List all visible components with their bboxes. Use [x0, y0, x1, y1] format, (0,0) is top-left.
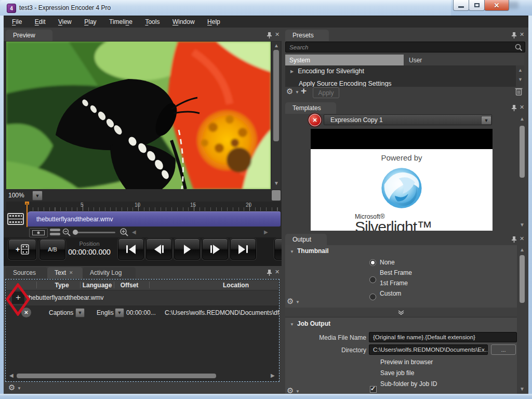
tab-preview[interactable]: Preview: [6, 30, 52, 41]
radio-none-label[interactable]: None: [380, 259, 395, 266]
output-scrollbar[interactable]: ▲ ▼: [518, 245, 526, 394]
template-select-chevron[interactable]: ▼: [481, 116, 491, 125]
preview-in-browser-checkbox[interactable]: [370, 386, 377, 393]
thumbnail-view-button[interactable]: [29, 228, 48, 237]
caption-language-dropdown[interactable]: ▼: [115, 308, 124, 317]
preview-vscrollbar[interactable]: ▲ ▼: [272, 42, 281, 189]
apply-preset-button[interactable]: Apply: [313, 87, 339, 98]
zoom-level-dropdown[interactable]: ▼: [32, 191, 43, 201]
preview-hscroll-thumb[interactable]: [272, 190, 281, 201]
templates-scrollbar[interactable]: ▲ ▼: [518, 114, 526, 231]
tab-sources[interactable]: Sources: [6, 267, 47, 278]
templates-scroll-thumb[interactable]: [520, 126, 525, 178]
collapse-icon[interactable]: ▼: [290, 323, 294, 327]
expander-arrow-icon[interactable]: ▶: [290, 69, 294, 74]
pin-icon[interactable]: [267, 269, 272, 276]
preview-in-browser-label[interactable]: Preview in browser: [380, 358, 433, 366]
timeline-zoom-slider-knob[interactable]: [73, 230, 78, 235]
pin-icon[interactable]: [267, 32, 272, 39]
search-icon[interactable]: [515, 44, 523, 51]
scroll-down-icon[interactable]: ▼: [520, 387, 525, 392]
radio-1st-frame-label[interactable]: 1st Frame: [380, 280, 408, 287]
preset-item-encoding-for-silverlight[interactable]: ▶ Encoding for Silverlight: [285, 65, 516, 77]
tab-close-icon[interactable]: ✕: [69, 270, 73, 275]
scroll-down-icon[interactable]: ▼: [520, 222, 525, 228]
gear-icon[interactable]: ⚙: [287, 387, 294, 394]
scroll-up-icon[interactable]: ▲: [518, 68, 523, 73]
presets-tab-system[interactable]: System: [285, 55, 404, 65]
template-preview[interactable]: Powered by Microsoft® Silverlight™: [311, 129, 493, 231]
scroll-up-icon[interactable]: ▲: [274, 43, 279, 48]
pin-icon[interactable]: [511, 32, 517, 39]
scroll-left-icon[interactable]: ◀: [132, 229, 136, 235]
column-header-offset[interactable]: Offset: [121, 282, 139, 289]
section-expander[interactable]: [285, 308, 517, 317]
menu-play[interactable]: Play: [79, 16, 101, 28]
step-back-button[interactable]: [146, 238, 172, 260]
table-row[interactable]: + thebutterflyandthebear.wmv: [6, 290, 278, 305]
tab-text[interactable]: Text✕: [47, 267, 83, 278]
table-row[interactable]: ✕ Captions ▼ Englis ▼ 00:00:00... C:\Use…: [6, 306, 278, 321]
radio-custom-label[interactable]: Custom: [380, 290, 401, 297]
menu-view[interactable]: View: [53, 16, 77, 28]
tab-activity-log[interactable]: Activity Log: [83, 267, 136, 278]
column-header-language[interactable]: Language: [83, 282, 112, 289]
subfolder-by-job-id-label[interactable]: Sub-folder by Job ID: [380, 380, 437, 388]
chevron-down-icon[interactable]: ▼: [296, 300, 300, 304]
close-panel-icon[interactable]: ✕: [520, 31, 524, 38]
tab-presets[interactable]: Presets: [285, 30, 329, 41]
column-header-type[interactable]: Type: [55, 282, 69, 289]
table-hscroll-thumb[interactable]: [17, 374, 216, 378]
preset-list-scrollbar[interactable]: ▲ ▼: [516, 65, 524, 87]
play-button[interactable]: [174, 238, 200, 260]
timeline-zoom-slider[interactable]: [74, 232, 115, 233]
template-select[interactable]: Expression Copy 1: [324, 114, 492, 125]
add-clip-button[interactable]: +: [8, 239, 36, 260]
scroll-down-icon[interactable]: ▼: [274, 181, 279, 186]
close-panel-icon[interactable]: ✕: [520, 104, 524, 111]
thumbnail-heading[interactable]: Thumbnail: [297, 247, 329, 255]
zoom-out-icon[interactable]: [62, 228, 71, 237]
remove-caption-icon[interactable]: ✕: [21, 308, 31, 317]
track-lanes-icon[interactable]: [50, 229, 60, 236]
close-button[interactable]: ✕: [484, 0, 509, 11]
scroll-right-icon[interactable]: ▶: [271, 373, 275, 378]
scroll-down-icon[interactable]: ▼: [518, 77, 523, 82]
scroll-up-icon[interactable]: ▲: [520, 116, 525, 122]
playhead-handle[interactable]: [25, 202, 29, 205]
chevron-down-icon[interactable]: ▼: [295, 90, 299, 95]
scroll-left-icon[interactable]: ◀: [9, 373, 14, 378]
menu-file[interactable]: File: [7, 16, 27, 28]
timeline-ruler[interactable]: 5 10 15 20: [6, 202, 281, 211]
column-header-location[interactable]: Location: [223, 282, 249, 289]
radio-best-frame[interactable]: [369, 276, 376, 283]
menu-timeline[interactable]: Timeline: [104, 16, 138, 28]
tab-output[interactable]: Output: [285, 234, 327, 245]
gear-icon[interactable]: ⚙: [287, 297, 294, 305]
save-job-file-label[interactable]: Save job file: [380, 369, 414, 377]
minimize-button[interactable]: [453, 0, 469, 11]
add-preset-icon[interactable]: +: [301, 85, 307, 97]
position-timecode[interactable]: 00:00:00.000: [56, 248, 123, 256]
menu-tools[interactable]: Tools: [140, 16, 165, 28]
trash-icon[interactable]: [515, 87, 523, 96]
preview-video-frame[interactable]: [6, 42, 271, 189]
tab-templates[interactable]: Templates: [285, 102, 336, 114]
caption-type-dropdown[interactable]: ▼: [75, 308, 85, 317]
output-scroll-thumb[interactable]: [520, 255, 525, 303]
directory-input[interactable]: C:\Users\wolfs.REDMOND\Documents\Ex...: [369, 344, 488, 355]
chevron-down-icon[interactable]: ▼: [296, 390, 300, 394]
remove-template-button[interactable]: ✕: [309, 114, 321, 126]
job-output-heading[interactable]: Job Output: [297, 320, 330, 327]
menu-window[interactable]: Window: [167, 16, 200, 28]
title-bar[interactable]: 4 test3 - Expression Encoder 4 Pro: [0, 0, 451, 16]
zoom-in-icon[interactable]: [119, 228, 129, 237]
menu-edit[interactable]: Edit: [30, 16, 51, 28]
maximize-button[interactable]: [469, 0, 485, 11]
presets-tab-user[interactable]: User: [405, 55, 524, 65]
playhead[interactable]: [26, 202, 28, 227]
expand-add-caption-button[interactable]: +: [12, 291, 24, 304]
go-to-start-button[interactable]: [118, 238, 144, 260]
preview-vscroll-thumb[interactable]: [273, 50, 279, 141]
pin-icon[interactable]: [511, 236, 517, 243]
